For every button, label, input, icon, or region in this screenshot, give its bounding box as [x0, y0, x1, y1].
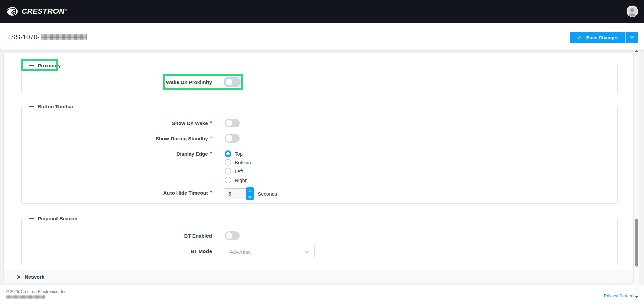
triangle-down-icon — [248, 196, 252, 198]
display-edge-row: Display Edge* — [22, 150, 617, 157]
radio-label: Right — [235, 177, 247, 183]
section-header-pinpoint-beacon[interactable]: Pinpoint Beacon — [25, 215, 81, 222]
section-button-toolbar: Button Toolbar Show On Wake* Show During… — [21, 106, 618, 204]
collapse-minus-icon — [29, 218, 34, 219]
redacted-device-name — [41, 34, 87, 40]
field-label: BT Mode — [22, 248, 212, 254]
settings-content-panel: Proximity Wake On Proximity Button Toolb… — [3, 53, 634, 283]
vertical-scrollbar[interactable] — [634, 47, 639, 300]
radio-label: Bottom — [235, 160, 251, 165]
bt-mode-row: BT Mode Advertise — [22, 245, 617, 258]
radio-label: Left — [235, 168, 243, 174]
collapse-minus-icon — [29, 106, 34, 107]
required-marker: * — [210, 135, 212, 141]
display-edge-option-top[interactable]: Top — [225, 150, 243, 157]
section-title: Proximity — [38, 63, 61, 68]
field-label: Show On Wake* — [22, 120, 212, 126]
toggle-knob — [226, 232, 232, 239]
scroll-down-button[interactable] — [634, 294, 639, 300]
field-label: Auto Hide Timeout* — [22, 190, 212, 196]
bt-enabled-toggle[interactable] — [225, 231, 240, 240]
section-title: Pinpoint Beacon — [38, 216, 77, 221]
redacted-version-text — [6, 295, 45, 299]
toggle-knob — [226, 135, 232, 142]
display-edge-option-bottom[interactable]: Bottom — [225, 159, 251, 166]
crestron-logo: CRESTRON® — [7, 7, 67, 16]
show-during-standby-row: Show During Standby* — [22, 134, 617, 143]
display-edge-option-left[interactable]: Left — [225, 167, 243, 175]
section-header-network[interactable]: Network — [4, 270, 633, 283]
device-title-bar: TSS-1070- ✓ Save Changes — [0, 23, 644, 50]
show-on-wake-toggle[interactable] — [225, 119, 240, 127]
chevron-down-icon — [304, 250, 310, 253]
user-avatar-icon — [626, 5, 638, 17]
section-pinpoint-beacon: Pinpoint Beacon BT Enabled BT Mode Adver… — [21, 218, 618, 265]
field-label: Display Edge* — [22, 151, 212, 157]
page-title: TSS-1070- — [7, 33, 87, 41]
toggle-knob — [226, 120, 232, 126]
radio-icon[interactable] — [225, 159, 231, 166]
show-on-wake-row: Show On Wake* — [22, 119, 617, 127]
radio-icon[interactable] — [225, 168, 231, 175]
required-marker: * — [210, 120, 212, 125]
triangle-up-icon — [248, 189, 252, 192]
stepper-up-button[interactable] — [246, 187, 254, 194]
required-marker: * — [210, 151, 212, 156]
radio-label: Top — [235, 151, 243, 157]
toggle-knob — [226, 79, 232, 85]
triangle-up-icon — [635, 50, 638, 52]
display-edge-option-right[interactable]: Right — [225, 176, 247, 184]
auto-hide-timeout-row: Auto Hide Timeout* Seconds — [22, 187, 617, 200]
section-header-button-toolbar[interactable]: Button Toolbar — [25, 103, 77, 110]
unit-label: Seconds — [258, 191, 277, 197]
bt-enabled-row: BT Enabled — [22, 231, 617, 240]
brand-name: CRESTRON® — [22, 7, 67, 16]
radio-icon[interactable] — [225, 177, 231, 183]
save-options-dropdown-button[interactable] — [626, 32, 638, 43]
section-proximity: Proximity Wake On Proximity — [21, 65, 618, 93]
chevron-right-icon — [17, 275, 20, 279]
save-changes-split-button: ✓ Save Changes — [570, 32, 638, 43]
field-label: BT Enabled — [22, 233, 212, 239]
scroll-up-button[interactable] — [634, 48, 639, 53]
number-stepper — [246, 187, 254, 200]
show-during-standby-toggle[interactable] — [225, 134, 240, 143]
section-title: Network — [25, 274, 44, 280]
required-marker: * — [210, 190, 212, 195]
wake-on-proximity-row: Wake On Proximity — [22, 78, 617, 86]
section-header-proximity[interactable]: Proximity — [25, 62, 64, 69]
collapse-minus-icon — [29, 65, 34, 66]
save-changes-button[interactable]: ✓ Save Changes — [570, 32, 625, 43]
field-label: Wake On Proximity — [22, 79, 212, 85]
radio-selected-icon[interactable] — [225, 150, 231, 157]
check-icon: ✓ — [577, 35, 582, 41]
auto-hide-timeout-input[interactable] — [225, 188, 246, 199]
bt-mode-select[interactable]: Advertise — [225, 245, 315, 258]
save-changes-label: Save Changes — [586, 35, 618, 40]
chevron-down-icon — [630, 36, 634, 39]
registered-mark: ® — [64, 8, 67, 12]
field-label: Show During Standby* — [22, 136, 212, 141]
section-title: Button Toolbar — [38, 104, 73, 109]
wake-on-proximity-toggle[interactable] — [225, 78, 240, 86]
app-header: CRESTRON® — [0, 0, 644, 23]
account-menu-button[interactable] — [626, 5, 639, 18]
triangle-down-icon — [635, 296, 638, 298]
page-footer: © 2025 Crestron Electronics, Inc. Privac… — [0, 285, 644, 306]
scrollbar-thumb[interactable] — [635, 219, 638, 267]
stepper-down-button[interactable] — [246, 194, 254, 200]
crestron-swirl-icon — [7, 7, 19, 16]
copyright-text: © 2025 Crestron Electronics, Inc. — [6, 289, 68, 294]
bt-mode-value: Advertise — [230, 249, 251, 255]
